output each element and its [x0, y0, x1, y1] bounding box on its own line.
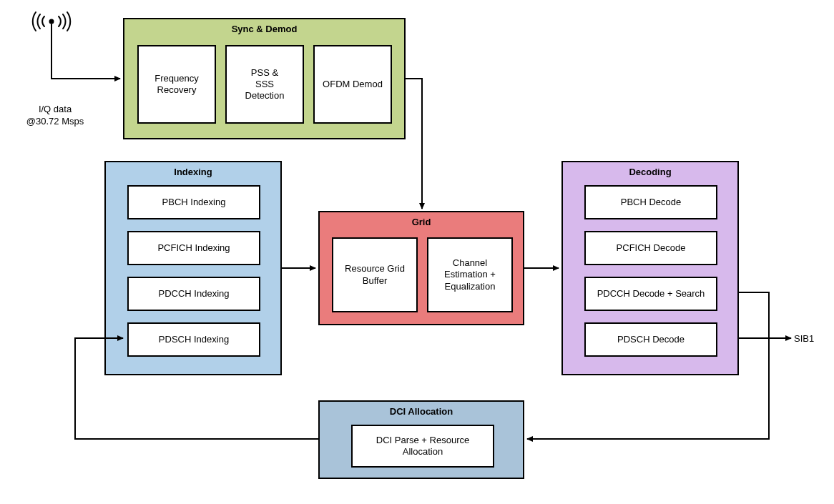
group-decoding: Decoding PBCH Decode PCFICH Decode PDCCH…	[561, 161, 739, 375]
group-title-sync: Sync & Demod	[124, 24, 404, 34]
group-grid: Grid Resource Grid Buffer Channel Estima…	[318, 211, 524, 325]
box-pdsch-decode: PDSCH Decode	[584, 322, 717, 357]
antenna-label: I/Q data @30.72 Msps	[16, 104, 94, 128]
group-title-dci: DCI Allocation	[320, 406, 523, 417]
box-pbch-decode: PBCH Decode	[584, 185, 717, 219]
box-pdcch-decode: PDCCH Decode + Search	[584, 277, 717, 311]
group-dci: DCI Allocation DCI Parse + Resource Allo…	[318, 400, 524, 479]
box-frequency-recovery: Frequency Recovery	[137, 45, 216, 124]
box-channel-estimation: Channel Estimation + Equalization	[427, 237, 513, 312]
box-pdcch-indexing: PDCCH Indexing	[127, 277, 260, 311]
group-indexing: Indexing PBCH Indexing PCFICH Indexing P…	[104, 161, 282, 375]
box-pcfich-decode: PCFICH Decode	[584, 231, 717, 265]
box-pss-sss-detection: PSS & SSS Detection	[225, 45, 304, 124]
box-resource-grid-buffer: Resource Grid Buffer	[332, 237, 418, 312]
group-title-decoding: Decoding	[563, 167, 737, 177]
svg-point-0	[50, 20, 54, 24]
group-title-grid: Grid	[320, 217, 523, 227]
box-dci-parse: DCI Parse + Resource Allocation	[351, 425, 494, 468]
box-ofdm-demod: OFDM Demod	[313, 45, 392, 124]
group-sync-demod: Sync & Demod Frequency Recovery PSS & SS…	[123, 18, 406, 139]
box-pdsch-indexing: PDSCH Indexing	[127, 322, 260, 357]
diagram-canvas: I/Q data @30.72 Msps Sync & Demod Freque…	[0, 0, 834, 504]
box-pcfich-indexing: PCFICH Indexing	[127, 231, 260, 265]
group-title-indexing: Indexing	[106, 167, 280, 177]
box-pbch-indexing: PBCH Indexing	[127, 185, 260, 219]
output-label-sib1: SIB1	[794, 333, 814, 345]
antenna-icon	[30, 11, 73, 71]
